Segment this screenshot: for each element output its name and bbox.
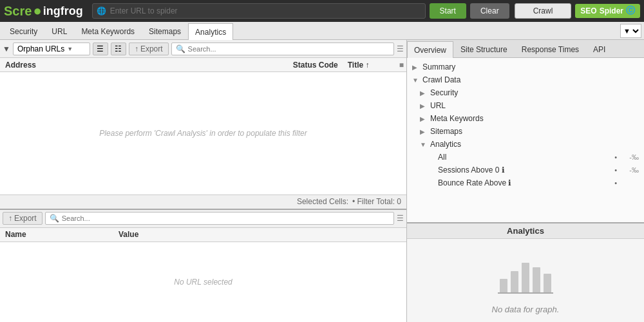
tree-arrow-summary: ▶ — [412, 64, 420, 71]
tree-item-url[interactable]: ▶ URL — [407, 99, 644, 112]
expand-icon[interactable]: ■ — [399, 61, 404, 70]
svg-rect-0 — [500, 279, 507, 293]
export-button-top[interactable]: ↑ Export — [129, 43, 169, 55]
col-address-header: Address — [3, 61, 283, 70]
bottom-table-body: No URL selected — [0, 242, 406, 322]
tree-pct-sessions: -‰ — [620, 166, 639, 174]
clear-button[interactable]: Clear — [470, 3, 509, 19]
svg-rect-2 — [522, 263, 529, 293]
tree-label-meta-keywords: Meta Keywords — [430, 114, 639, 123]
crawl-button[interactable]: Crawl — [515, 3, 572, 19]
svg-rect-3 — [533, 267, 540, 293]
start-button[interactable]: Start — [430, 3, 466, 19]
tree-item-meta-keywords[interactable]: ▶ Meta Keywords — [407, 112, 644, 125]
svg-rect-4 — [544, 274, 551, 293]
tree-label-bounce-rate: Bounce Rate Above ℹ — [438, 178, 614, 187]
tree-label-crawl-data: Crawl Data — [422, 75, 639, 84]
right-tab-api[interactable]: API — [586, 41, 612, 57]
tree-item-security[interactable]: ▶ Security — [407, 86, 644, 99]
tree-item-bounce-rate[interactable]: Bounce Rate Above ℹ • — [407, 176, 644, 189]
filter-settings-icon[interactable]: ☰ — [397, 44, 404, 53]
tree-label-all: All — [438, 153, 614, 162]
tree-value-sessions: • — [614, 166, 617, 174]
right-tabs: Overview Site Structure Response Times A… — [407, 40, 644, 58]
filter-funnel-icon: ▼ — [3, 44, 10, 53]
url-input[interactable] — [110, 6, 421, 15]
status-bar: Selected Cells: • Filter Total: 0 — [0, 194, 406, 209]
tree-item-analytics[interactable]: ▼ Analytics — [407, 138, 644, 151]
tab-url[interactable]: URL — [44, 23, 74, 39]
tab-dropdown[interactable]: ▼ — [620, 24, 641, 38]
tree-label-sessions-above: Sessions Above 0 ℹ — [438, 166, 614, 175]
tree-view: ▶ Summary ▼ Crawl Data ▶ Security ▶ URL … — [407, 58, 644, 222]
tree-item-sessions-above[interactable]: Sessions Above 0 ℹ • -‰ — [407, 164, 644, 176]
left-panel: ▼ Orphan URLs ▼ ☰ ☷ ↑ Export 🔍 ☰ — [0, 40, 407, 322]
tree-arrow-url: ▶ — [420, 102, 428, 109]
top-bar: Scre●ingfrog 🌐 Start Clear Crawl SEO Spi… — [0, 0, 644, 22]
table-header: Address Status Code Title ↑ ■ — [0, 58, 406, 72]
tree-item-sitemaps[interactable]: ▶ Sitemaps — [407, 125, 644, 138]
tree-pct-all: -‰ — [620, 153, 639, 161]
search-icon-bottom: 🔍 — [50, 214, 59, 223]
bottom-table-header: Name Value — [0, 228, 406, 242]
filter-selected: Orphan URLs — [17, 44, 64, 53]
col-status-header: Status Code — [283, 61, 348, 70]
right-tab-overview[interactable]: Overview — [407, 41, 453, 58]
right-split-bottom: Analytics No data for graph. — [407, 222, 644, 322]
chart-area: No data for graph. — [407, 239, 644, 322]
right-tab-response-times[interactable]: Response Times — [515, 41, 586, 57]
tab-select[interactable]: ▼ — [620, 24, 641, 38]
bottom-filter-bar: ↑ Export 🔍 ☰ — [0, 210, 406, 228]
tree-arrow-sitemaps: ▶ — [420, 128, 428, 135]
seo-spider-badge: SEO Spider ⓒ — [575, 4, 640, 18]
table-body: Please perform 'Crawl Analysis' in order… — [0, 72, 406, 194]
top-split: ▼ Orphan URLs ▼ ☰ ☷ ↑ Export 🔍 ☰ — [0, 40, 406, 209]
tree-label-summary: Summary — [422, 62, 639, 71]
filter-bar: ▼ Orphan URLs ▼ ☰ ☷ ↑ Export 🔍 ☰ — [0, 40, 406, 58]
search-box-top: 🔍 — [171, 43, 394, 55]
export-label-top: Export — [140, 44, 163, 53]
col-value-header: Value — [118, 230, 404, 239]
tree-value-bounce: • — [614, 179, 617, 187]
seo-label: SEO — [580, 6, 596, 15]
tab-security[interactable]: Security — [3, 23, 44, 39]
tree-item-crawl-data[interactable]: ▼ Crawl Data — [407, 73, 644, 86]
status-filter-total: • Filter Total: 0 — [352, 197, 401, 206]
bottom-split: ↑ Export 🔍 ☰ Name Value No URL selected — [0, 209, 406, 322]
right-split-top: Overview Site Structure Response Times A… — [407, 40, 644, 222]
tab-analytics[interactable]: Analytics — [188, 23, 233, 40]
tree-view-button[interactable]: ☷ — [111, 43, 126, 55]
tab-sitemaps[interactable]: Sitemaps — [142, 23, 188, 39]
search-icon-top: 🔍 — [176, 44, 185, 53]
chart-placeholder-icon — [497, 253, 554, 298]
search-box-bottom: 🔍 — [45, 212, 394, 225]
filter-arrow-icon: ▼ — [67, 46, 73, 52]
tree-arrow-analytics: ▼ — [420, 141, 428, 148]
tree-label-security: Security — [430, 88, 639, 97]
export-icon-bottom: ↑ — [8, 214, 12, 223]
search-input-bottom[interactable] — [62, 214, 390, 222]
twitter-icon: ⓒ — [626, 5, 635, 17]
right-tab-site-structure[interactable]: Site Structure — [453, 41, 515, 57]
analytics-title: Analytics — [407, 223, 644, 239]
tree-item-all[interactable]: All • -‰ — [407, 151, 644, 164]
logo-text: ingfrog — [43, 5, 83, 18]
tree-arrow-meta-keywords: ▶ — [420, 115, 428, 122]
list-view-button[interactable]: ☰ — [93, 43, 108, 55]
filter-dropdown[interactable]: Orphan URLs ▼ — [13, 43, 90, 55]
svg-rect-1 — [511, 271, 518, 293]
tree-arrow-security: ▶ — [420, 90, 428, 97]
logo-frog-icon: ● — [33, 3, 41, 19]
tab-bar: Security URL Meta Keywords Sitemaps Anal… — [0, 22, 644, 40]
right-panel: Overview Site Structure Response Times A… — [407, 40, 644, 322]
export-button-bottom[interactable]: ↑ Export — [3, 212, 43, 225]
bottom-filter-settings-icon[interactable]: ☰ — [397, 214, 404, 223]
col-title-header: Title ↑ — [348, 61, 399, 70]
tree-item-summary[interactable]: ▶ Summary — [407, 61, 644, 73]
globe-icon: 🌐 — [97, 6, 106, 15]
url-bar: 🌐 — [92, 3, 426, 19]
export-icon-top: ↑ — [135, 44, 138, 53]
search-input-top[interactable] — [188, 45, 390, 53]
export-label-bottom: Export — [14, 214, 37, 223]
tab-meta-keywords[interactable]: Meta Keywords — [74, 23, 142, 39]
